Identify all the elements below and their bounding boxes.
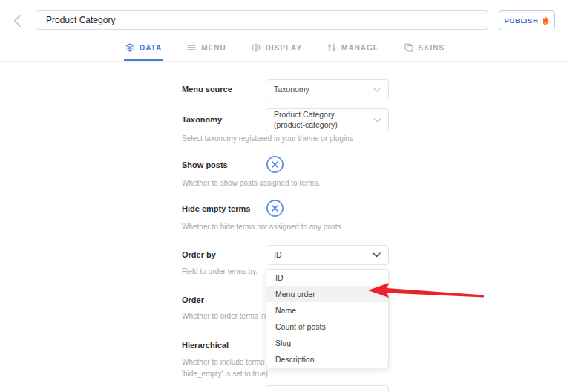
order-by-help: Field to order terms by. bbox=[182, 267, 258, 275]
order-by-value: ID bbox=[274, 250, 282, 260]
hide-empty-help: Whether to hide terms not assigned to an… bbox=[182, 223, 343, 231]
order-by-select[interactable]: ID bbox=[266, 245, 389, 265]
taxonomy-label: Taxonomy bbox=[182, 115, 222, 124]
flame-icon bbox=[542, 16, 549, 25]
circle-x-icon bbox=[266, 155, 284, 174]
taxonomy-value: Product Category (product-category) bbox=[274, 110, 361, 129]
show-posts-help: Whether to show posts assigned to terms. bbox=[182, 179, 320, 187]
layers-icon bbox=[125, 43, 134, 52]
next-field-select-partial[interactable] bbox=[266, 385, 389, 392]
order-by-dropdown: ID Menu order Name Count of posts Slug D… bbox=[266, 269, 389, 368]
taxonomy-select[interactable]: Product Category (product-category) bbox=[266, 108, 389, 131]
tab-skins[interactable]: SKINS bbox=[403, 36, 447, 61]
tab-label: MANAGE bbox=[341, 44, 379, 52]
chevron-left-icon bbox=[13, 14, 22, 27]
dropdown-option-slug[interactable]: Slug bbox=[266, 335, 388, 351]
tabbar-divider bbox=[0, 61, 570, 62]
dropdown-option-name[interactable]: Name bbox=[266, 302, 388, 318]
tab-label: MENU bbox=[201, 44, 226, 52]
tab-bar: DATA MENU DISPLAY MANAGE SKINS bbox=[0, 36, 570, 61]
tab-label: DISPLAY bbox=[266, 44, 302, 52]
publish-label: PUBLISH bbox=[505, 16, 539, 24]
show-posts-toggle[interactable] bbox=[266, 155, 284, 174]
menu-source-label: Menu source bbox=[182, 85, 232, 94]
dropdown-option-id[interactable]: ID bbox=[266, 270, 388, 286]
dropdown-option-count-of-posts[interactable]: Count of posts bbox=[266, 318, 388, 335]
tab-menu[interactable]: MENU bbox=[186, 36, 227, 61]
copy-icon bbox=[404, 43, 413, 52]
tab-label: DATA bbox=[140, 44, 162, 52]
chevron-down-icon bbox=[373, 252, 381, 258]
back-button[interactable] bbox=[9, 13, 25, 29]
tab-label: SKINS bbox=[419, 44, 445, 52]
tab-manage[interactable]: MANAGE bbox=[326, 36, 380, 61]
hide-empty-toggle[interactable] bbox=[266, 199, 284, 218]
order-by-label: Order by bbox=[182, 250, 216, 259]
menu-icon bbox=[187, 43, 196, 52]
app-window: PUBLISH DATA MENU DISPLAY bbox=[0, 0, 570, 392]
chevron-down-icon bbox=[373, 118, 381, 122]
taxonomy-help: Select taxonomy registered in your theme… bbox=[182, 134, 353, 143]
dropdown-option-description[interactable]: Description bbox=[266, 351, 388, 368]
hide-empty-label: Hide empty terms bbox=[182, 204, 250, 213]
show-posts-label: Show posts bbox=[182, 160, 228, 169]
menu-source-select[interactable]: Taxonomy bbox=[266, 79, 389, 99]
hierarchical-label: Hierarchical bbox=[182, 341, 229, 350]
menu-source-value: Taxonomy bbox=[274, 85, 309, 94]
dropdown-option-menu-order[interactable]: Menu order bbox=[266, 286, 388, 302]
widget-title-input[interactable] bbox=[36, 10, 488, 30]
sliders-icon bbox=[327, 43, 336, 52]
tab-data[interactable]: DATA bbox=[124, 36, 163, 61]
chevron-down-icon bbox=[373, 88, 381, 92]
hierarchical-help-line2: 'hide_empty' is set to true) bbox=[182, 370, 268, 378]
tab-display[interactable]: DISPLAY bbox=[250, 36, 304, 61]
publish-button[interactable]: PUBLISH bbox=[499, 10, 555, 30]
order-label: Order bbox=[182, 295, 204, 304]
eye-icon bbox=[252, 43, 261, 52]
circle-x-icon bbox=[266, 199, 284, 218]
